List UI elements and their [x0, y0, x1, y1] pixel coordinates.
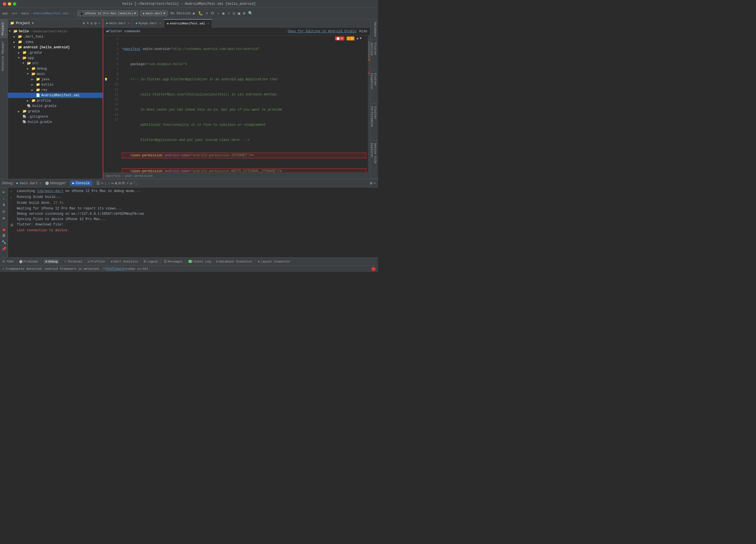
settings-icon[interactable]: ⚙: [94, 21, 97, 26]
maximize-button[interactable]: [13, 2, 16, 6]
breadcrumb-uses-permission[interactable]: uses-permission: [125, 174, 153, 178]
run-button[interactable]: ▶: [193, 11, 195, 16]
resume-btn[interactable]: ▶: [0, 189, 8, 195]
database-tab[interactable]: Database: [370, 19, 378, 40]
wrench-icon[interactable]: 🔧: [0, 239, 8, 246]
status-database-inspector[interactable]: ⊟ Database Inspector: [216, 260, 252, 263]
restore-layout-btn[interactable]: ⟳: [122, 181, 125, 186]
console-content[interactable]: ↑ Launching lib/main.dart on iPhone 12 P…: [8, 188, 378, 257]
tree-item-java[interactable]: ▶ 📁 java: [8, 77, 103, 82]
step-out-icon[interactable]: ⊞: [0, 215, 8, 222]
tree-item-build-gradle-root[interactable]: 🐘 build.gradle: [8, 119, 103, 125]
tree-item-kotlin[interactable]: ▶ 📁 kotlin: [8, 82, 103, 87]
tab-androidmanifest[interactable]: ◆ AndroidManifest.xml ✕: [164, 19, 212, 28]
project-tab[interactable]: Project: [0, 19, 8, 38]
step-over-icon[interactable]: ↓: [0, 195, 8, 202]
status-todo[interactable]: ☰ TODO: [2, 260, 13, 263]
debug-icon[interactable]: 🐛: [198, 11, 203, 16]
error-nav-up-icon[interactable]: ▲: [357, 36, 359, 40]
scope-icon[interactable]: ⊕: [83, 21, 85, 26]
close-button[interactable]: [3, 2, 6, 6]
search-icon[interactable]: 🔍: [248, 11, 253, 16]
status-logcat[interactable]: ☰ Logcat: [143, 260, 159, 263]
watches-btn[interactable]: ⊟: [118, 181, 121, 186]
tab-main-dart[interactable]: ◆ main.dart ✕: [103, 19, 133, 28]
run-to-cursor-btn[interactable]: ↦: [111, 181, 114, 186]
debug-tab-close-icon[interactable]: ✕: [40, 182, 41, 185]
flutter-inspector-tab[interactable]: Flutter Inspector: [370, 70, 378, 104]
status-layout-inspector[interactable]: ⊡ Layout Inspector: [258, 260, 290, 263]
status-debug[interactable]: ⚙ Debug: [44, 259, 59, 264]
main-dart-link[interactable]: lib/main.dart: [37, 189, 63, 193]
status-problems[interactable]: ⬤ Problems: [19, 260, 38, 263]
layout-icon[interactable]: ⊞: [243, 11, 245, 16]
step-into-btn[interactable]: ↓: [104, 181, 107, 186]
minimize-btn[interactable]: —: [374, 181, 376, 186]
show-all-btn[interactable]: ☰: [96, 181, 100, 186]
close-panel-icon[interactable]: —: [98, 21, 100, 26]
status-dart-analysis[interactable]: ◈ Dart Analysis: [111, 260, 138, 263]
console-tab[interactable]: ▶ Console: [70, 180, 92, 186]
trash-icon[interactable]: 🗑: [0, 232, 8, 239]
tree-item-gradle[interactable]: ▶ 📁 .gradle: [8, 50, 103, 55]
flutter-outline-tab[interactable]: Flutter Outline: [370, 40, 378, 70]
tree-item-android[interactable]: ▼ 📂 android [hello_android]: [8, 45, 103, 50]
tree-item-debug[interactable]: ▶ 📁 debug: [8, 66, 103, 71]
step-over-btn[interactable]: ↷: [101, 181, 103, 186]
tree-item-dart-tool[interactable]: ▶ 📂 .dart_tool: [8, 34, 103, 39]
eval-expr-btn[interactable]: ⊞: [115, 181, 117, 186]
coverage-icon[interactable]: ›: [217, 11, 219, 16]
lightning-btn[interactable]: ⚡: [126, 181, 129, 186]
configure-link[interactable]: Configure: [106, 267, 124, 271]
step-icon[interactable]: ⊟: [0, 208, 8, 215]
code-area[interactable]: <manifest xmlns:android="http://schemas.…: [120, 35, 368, 173]
window-controls[interactable]: [3, 2, 16, 6]
error-nav-down-icon[interactable]: ▼: [360, 36, 362, 40]
stop-debug-btn[interactable]: ⬛: [133, 181, 138, 186]
tree-item-src[interactable]: ▼ 📂 src: [8, 61, 103, 66]
close-tab-icon[interactable]: ✕: [128, 22, 130, 25]
status-messages[interactable]: ☰ Messages: [164, 260, 183, 263]
sdk-icon[interactable]: ◷: [233, 11, 235, 16]
device-selector[interactable]: 📱 iPhone 12 Pro Max (mobile) ▼: [77, 10, 138, 16]
tree-item-build-gradle-app[interactable]: 🐘 build.gradle: [8, 103, 103, 109]
pause-icon[interactable]: ⏸: [0, 202, 8, 208]
device-file-explorer-tab[interactable]: Device File Explorer: [370, 140, 378, 179]
tree-item-gitignore[interactable]: 🐘 .gitignore: [8, 114, 103, 119]
profile-icon[interactable]: ⟳: [211, 11, 214, 16]
editor-content[interactable]: ⬤ 6 ⚠ 8 ▲ ▼ 💡: [103, 35, 370, 173]
device-file-icon[interactable]: ▣: [238, 11, 240, 16]
pin-icon[interactable]: 📌: [0, 246, 8, 252]
minimize-button[interactable]: [8, 2, 11, 6]
resource-manager-tab[interactable]: Resource Manager: [0, 38, 8, 74]
tree-item-androidmanifest[interactable]: 📄 AndroidManifest.xml: [8, 93, 103, 98]
tree-item-hello[interactable]: ▼ 📂 hello ~/Desktop/test/hello: [8, 29, 103, 34]
step-out-btn[interactable]: ↑: [108, 181, 110, 186]
sort-icon[interactable]: ⇅: [91, 21, 93, 26]
build-icon[interactable]: ⚡: [228, 11, 230, 16]
status-profiler[interactable]: ◎ Profiler: [88, 260, 105, 263]
tree-item-profile[interactable]: ▶ 📁 profile: [8, 98, 103, 103]
debugger-tab[interactable]: ⬤ Debugger: [43, 180, 68, 186]
run-config-selector[interactable]: ◆ main.dart ▼: [140, 10, 168, 16]
flutter-performance-tab[interactable]: Flutter Performance: [370, 104, 378, 140]
tree-item-idea[interactable]: ▶ 📁 .idea: [8, 39, 103, 45]
editor-scrollbar[interactable]: [368, 35, 370, 173]
collapse-icon[interactable]: ≡: [87, 21, 89, 26]
status-terminal[interactable]: ⌗ Terminal: [65, 260, 82, 263]
tree-item-res[interactable]: ▶ 📁 res: [8, 87, 103, 93]
attach-icon[interactable]: ⬇: [206, 11, 208, 16]
status-event-log[interactable]: 2 Event Log: [188, 260, 211, 263]
stop-icon[interactable]: ◉: [222, 11, 224, 16]
breadcrumb-manifest[interactable]: manifest: [106, 174, 121, 178]
restart-btn[interactable]: ↺: [130, 181, 132, 186]
tree-item-main[interactable]: ▼ 📂 main: [8, 71, 103, 77]
tree-item-app[interactable]: ▼ 📂 app: [8, 55, 103, 61]
project-dropdown-icon[interactable]: ▼: [32, 22, 34, 25]
close-tab-icon[interactable]: ✕: [159, 22, 161, 25]
hide-button[interactable]: Hide: [359, 29, 367, 33]
open-in-studio-link[interactable]: Open for Editing in Android Studio: [288, 29, 356, 33]
close-tab-icon[interactable]: ✕: [207, 22, 209, 25]
settings-btn[interactable]: ⚙: [370, 181, 372, 186]
tree-item-gradle-folder[interactable]: ▶ 📁 gradle: [8, 109, 103, 114]
